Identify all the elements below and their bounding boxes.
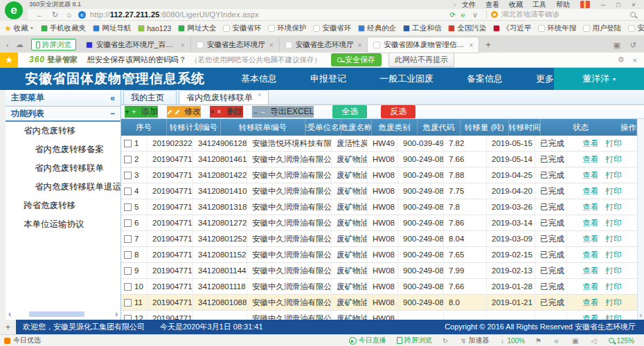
toolbar-button[interactable]: 删除 [210, 106, 243, 118]
status-tool[interactable] [572, 337, 580, 345]
home-icon[interactable]: ⌂ [66, 11, 71, 19]
minimize-button[interactable]: ─ [596, 1, 611, 9]
column-header[interactable]: 接受单位名称 [305, 119, 341, 136]
bookmark-item[interactable]: 全国污染 [448, 24, 486, 33]
tab-close-icon[interactable]: × [469, 42, 474, 49]
scroll-left-icon[interactable]: ‹ [8, 311, 11, 318]
row-checkbox[interactable] [124, 188, 132, 195]
tab-close-icon[interactable]: × [358, 42, 362, 49]
table-row[interactable]: 10 201904771 34120801118 安徽中久润滑油有限公... 废… [121, 279, 637, 295]
notice-close-icon[interactable]: × [633, 56, 637, 64]
menu-collapse-icon[interactable]: › [454, 1, 456, 8]
content-tab-close-icon[interactable]: × [258, 91, 261, 98]
cross-screen-button[interactable]: 跨屏浏览 [31, 39, 76, 51]
print-link[interactable]: 打印 [606, 138, 622, 149]
hscroll-thumb[interactable] [29, 311, 84, 317]
favorites-star-icon[interactable]: ★ [4, 24, 12, 33]
sidebar-menu-item[interactable]: 省内危废转移联单 [6, 159, 120, 178]
footer-plus-icon[interactable]: + [0, 320, 16, 334]
view-link[interactable]: 查看 [583, 218, 599, 228]
column-header[interactable]: 转移计划编号 [167, 119, 221, 136]
section-collapse-icon[interactable]: − [110, 109, 115, 118]
tab-close-icon[interactable]: × [181, 42, 185, 49]
status-tool[interactable]: 今日直播 [349, 336, 386, 345]
toolbar-button[interactable]: 修改 [167, 106, 201, 118]
view-link[interactable]: 查看 [583, 282, 599, 292]
url-input[interactable]: http://112.27.211.25:8080/LigerUI/QYInde… [90, 10, 259, 19]
view-link[interactable]: 查看 [583, 202, 599, 212]
row-checkbox[interactable] [124, 219, 132, 227]
toolbar-button[interactable]: 添加 [125, 106, 158, 118]
view-link[interactable]: 查看 [583, 234, 599, 244]
sidebar-menu-item[interactable]: 省内危废转移联单退运 [6, 178, 120, 197]
chevron-down-icon[interactable]: ∨ [472, 11, 478, 19]
favorites-caret-icon[interactable]: ▾ [30, 25, 33, 31]
status-tool[interactable] [591, 337, 598, 345]
print-link[interactable]: 打印 [606, 154, 622, 165]
sidebar-menu-item[interactable]: 省内危废转移 [6, 122, 120, 140]
daily-picks-label[interactable]: 今日优选 [13, 336, 41, 345]
bookmark-item[interactable]: 《习近平 [493, 24, 531, 33]
nav-item[interactable]: 备案信息 [467, 73, 503, 85]
column-header[interactable]: 转移联单编号 [221, 119, 305, 136]
table-row[interactable]: 2 201904771 34120801461 安徽中久润滑油有限公... 废矿… [121, 152, 637, 167]
search-hot-text[interactable]: 湖北首地清零确诊 [501, 10, 630, 19]
browser-tab[interactable]: 安徽省生态环境厅× [280, 37, 368, 53]
maximize-button[interactable]: □ [611, 1, 626, 9]
sidebar-menu-item[interactable]: 省内危废转移备案 [6, 140, 120, 159]
toolbar-button[interactable]: 导出EXCEL [252, 106, 314, 118]
print-link[interactable]: 打印 [606, 266, 622, 276]
status-tool[interactable]: 加速器 [460, 336, 489, 345]
table-row[interactable]: 8 201904771 34120801152 安徽中久润滑油有限公... 废矿… [121, 247, 637, 263]
sidebar-menu-item[interactable]: 本单位运输协议 [6, 215, 120, 234]
collapse-tabs-icon[interactable]: ‹ [6, 41, 9, 49]
close-button[interactable]: × [626, 1, 641, 9]
menu-item[interactable]: 收藏 [509, 1, 523, 8]
menu-item[interactable]: 工具 [533, 1, 546, 8]
refresh-icon[interactable]: ↻ [52, 11, 58, 19]
favorites-label[interactable]: 收藏 [14, 24, 28, 33]
browser-tab[interactable]: 安徽省生态环境厅× [191, 37, 280, 53]
new-tab-button[interactable]: + [485, 39, 491, 50]
360-service-icon[interactable]: ℮ [461, 11, 465, 19]
search-input[interactable]: 湖北首地清零确诊 [491, 10, 640, 19]
dismiss-button[interactable]: 此网站不再提示 [388, 53, 454, 67]
bookmark-item[interactable]: 用户登陆 [583, 24, 621, 33]
column-header[interactable]: 状态 [541, 119, 620, 136]
bookmark-item[interactable]: 网址导航 [93, 24, 131, 33]
column-header[interactable]: 操作 [620, 119, 637, 136]
print-link[interactable]: 打印 [606, 202, 622, 212]
view-link[interactable]: 查看 [583, 313, 599, 320]
bookmark-item[interactable]: 安徽省重 [628, 24, 644, 33]
view-link[interactable]: 查看 [583, 186, 599, 197]
bookmark-item[interactable]: 经典的企 [358, 24, 396, 33]
status-tool[interactable] [554, 337, 562, 345]
scroll-down-icon[interactable]: ∨ [639, 313, 643, 320]
row-checkbox[interactable] [124, 172, 132, 179]
table-row[interactable]: 4 201904771 34120801410 安徽中久润滑油有限公... 废矿… [121, 183, 637, 199]
sidebar-menu-item[interactable]: 跨省危废转移 [6, 197, 120, 215]
column-header[interactable]: 转移时间 [509, 119, 541, 136]
sync-icon[interactable]: ⟳ [450, 11, 456, 19]
grid-vscrollbar[interactable]: ∨ [637, 119, 644, 320]
row-checkbox[interactable] [124, 315, 132, 320]
sidebar-section[interactable]: 功能列表 − [6, 107, 120, 122]
print-link[interactable]: 打印 [606, 250, 622, 260]
search-icon[interactable] [630, 12, 636, 17]
view-link[interactable]: 查看 [583, 266, 599, 276]
reopen-tab-icon[interactable]: ↺ [630, 41, 636, 50]
menu-item[interactable]: 文件 [462, 1, 476, 8]
user-menu[interactable]: 董洋洋▾ [554, 68, 644, 90]
bookmark-item[interactable]: 环统年报 [538, 24, 576, 33]
nav-item[interactable]: 基本信息 [241, 73, 277, 85]
bookmark-item[interactable]: 工业和信 [403, 24, 441, 33]
row-checkbox[interactable] [124, 140, 132, 147]
print-link[interactable]: 打印 [606, 218, 622, 228]
table-row[interactable]: 9 201904771 34120801144 安徽中久润滑油有限公... 废矿… [121, 263, 637, 279]
status-tool[interactable]: 跨屏浏览 [397, 336, 432, 345]
bookmark-item[interactable]: 环境保护 [268, 24, 306, 33]
sidebar-collapse-icon[interactable]: « [110, 93, 115, 103]
column-header[interactable]: 危废类别 [372, 119, 418, 136]
row-checkbox[interactable] [124, 203, 132, 211]
table-row[interactable]: 3 201904771 34120801422 安徽中久润滑油有限公... 废矿… [121, 167, 637, 183]
